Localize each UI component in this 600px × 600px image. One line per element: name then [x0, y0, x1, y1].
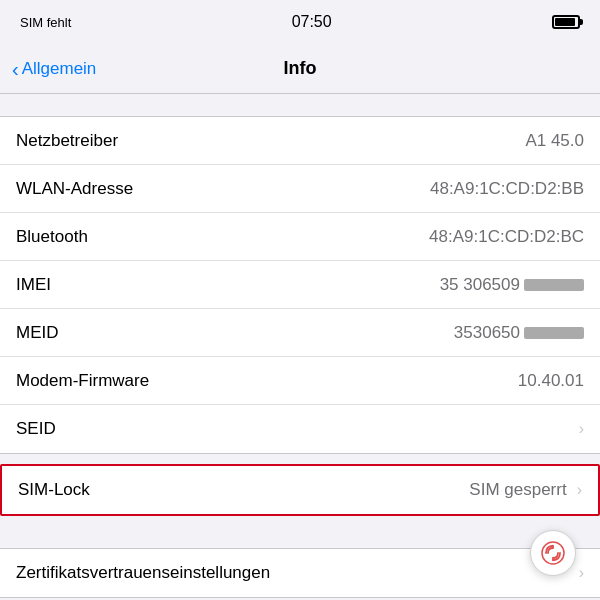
section-gap-sim — [0, 454, 600, 464]
row-label-bluetooth: Bluetooth — [16, 227, 88, 247]
table-row: MEID 3530650 — [0, 309, 600, 357]
row-value-imei: 35 306509 — [51, 275, 584, 295]
row-label-meid: MEID — [16, 323, 59, 343]
back-button[interactable]: ‹ Allgemein — [12, 59, 96, 79]
simlock-status-text: SIM gesperrt — [469, 480, 566, 500]
section-gap-zert — [0, 516, 600, 538]
section-gap-top — [0, 94, 600, 116]
table-row: WLAN-Adresse 48:A9:1C:CD:D2:BB — [0, 165, 600, 213]
nav-bar: ‹ Allgemein Info — [0, 44, 600, 94]
row-label-seid: SEID — [16, 419, 56, 439]
chevron-right-icon: › — [577, 481, 582, 499]
zertifikats-row[interactable]: Zertifikatsvertrauenseinstellungen › — [0, 549, 600, 597]
table-row: Netzbetreiber A1 45.0 — [0, 117, 600, 165]
table-row: Modem-Firmware 10.40.01 — [0, 357, 600, 405]
meid-redacted — [524, 327, 584, 339]
table-row: Bluetooth 48:A9:1C:CD:D2:BC — [0, 213, 600, 261]
row-label-wlan: WLAN-Adresse — [16, 179, 133, 199]
table-row: IMEI 35 306509 — [0, 261, 600, 309]
imei-redacted — [524, 279, 584, 291]
carrier-label: SIM fehlt — [20, 15, 71, 30]
time-label: 07:50 — [292, 13, 332, 31]
row-value-wlan: 48:A9:1C:CD:D2:BB — [141, 179, 584, 199]
page-title: Info — [284, 58, 317, 79]
row-label-simlock: SIM-Lock — [18, 480, 90, 500]
row-value-bluetooth: 48:A9:1C:CD:D2:BC — [96, 227, 584, 247]
status-icons — [552, 15, 580, 29]
row-value-netzbetreiber: A1 45.0 — [126, 131, 584, 151]
back-label: Allgemein — [22, 59, 97, 79]
chevron-right-icon: › — [579, 420, 584, 438]
content: Netzbetreiber A1 45.0 WLAN-Adresse 48:A9… — [0, 94, 600, 598]
row-label-netzbetreiber: Netzbetreiber — [16, 131, 118, 151]
row-label-zertifikats: Zertifikatsvertrauenseinstellungen — [16, 563, 270, 583]
chevron-back-icon: ‹ — [12, 59, 19, 79]
info-table-section: Netzbetreiber A1 45.0 WLAN-Adresse 48:A9… — [0, 116, 600, 454]
battery-icon — [552, 15, 580, 29]
row-label-modem: Modem-Firmware — [16, 371, 149, 391]
zertifikats-section: Zertifikatsvertrauenseinstellungen › — [0, 548, 600, 598]
sim-lock-section: SIM-Lock SIM gesperrt › — [0, 464, 600, 516]
sim-lock-row[interactable]: SIM-Lock SIM gesperrt › — [2, 466, 598, 514]
imei-partial-text: 35 306509 — [440, 275, 520, 295]
status-bar: SIM fehlt 07:50 — [0, 0, 600, 44]
row-value-meid: 3530650 — [59, 323, 585, 343]
accessibility-icon — [540, 540, 566, 566]
float-accessibility-button[interactable] — [530, 530, 576, 576]
meid-partial-text: 3530650 — [454, 323, 520, 343]
table-row-seid[interactable]: SEID › — [0, 405, 600, 453]
row-value-simlock: SIM gesperrt › — [469, 480, 582, 500]
chevron-right-icon: › — [579, 564, 584, 582]
row-label-imei: IMEI — [16, 275, 51, 295]
row-value-modem: 10.40.01 — [157, 371, 584, 391]
